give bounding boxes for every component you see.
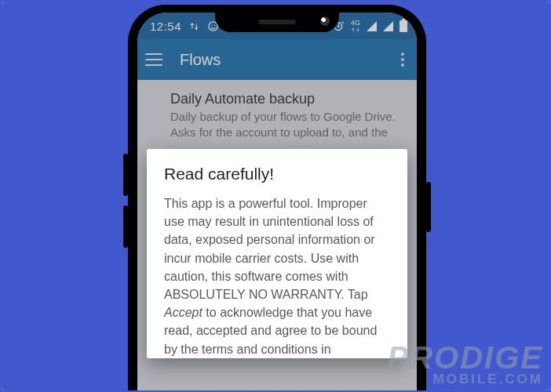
volume-down-button <box>123 205 128 248</box>
volume-up-button <box>123 154 128 196</box>
power-button <box>426 182 431 232</box>
dialog-body: This app is a powerful tool. Improper us… <box>164 194 390 358</box>
warning-dialog: Read carefully! This app is a powerful t… <box>147 149 407 358</box>
display-notch <box>215 13 339 32</box>
dialog-title: Read carefully! <box>164 165 390 183</box>
phone-mockup: 12:54 4G <box>128 5 426 390</box>
